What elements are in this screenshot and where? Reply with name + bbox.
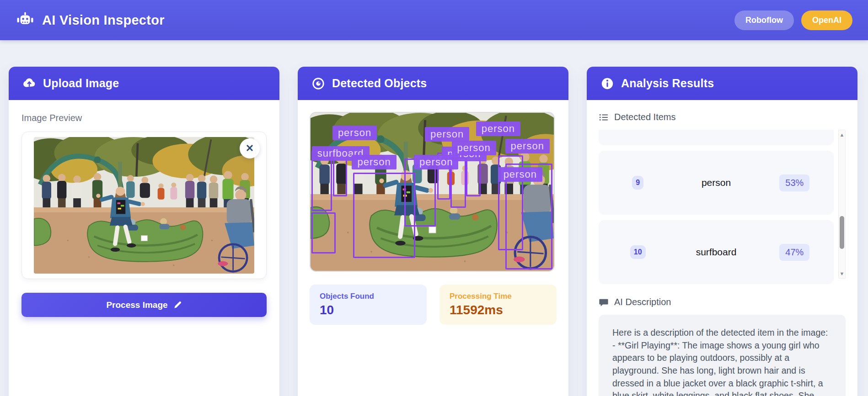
upload-cloud-icon <box>22 77 36 90</box>
analysis-results-card: Analysis Results Detected Items 9 person… <box>587 67 857 396</box>
info-icon <box>600 77 614 90</box>
openai-badge[interactable]: OpenAI <box>801 11 852 30</box>
page-title: AI Vision Inspector <box>42 13 165 28</box>
pencil-icon <box>173 301 182 309</box>
bounding-box <box>311 212 336 253</box>
analysis-card-header: Analysis Results <box>587 67 857 100</box>
upload-card-title: Upload Image <box>43 77 119 90</box>
confidence-badge: 47% <box>779 244 809 261</box>
list-item-partial[interactable] <box>599 130 834 145</box>
annotated-image: personsurfboardpersonpersonpersonpersonp… <box>310 112 555 272</box>
detection-label-chip: person <box>352 155 396 169</box>
detected-items-header: Detected Items <box>599 112 846 122</box>
upload-card-header: Upload Image <box>9 67 279 100</box>
processing-time-stat: Processing Time 11592ms <box>439 285 557 325</box>
detection-label-chip: person <box>414 155 458 169</box>
detection-label-chip: person <box>332 126 377 140</box>
robot-icon <box>16 11 35 30</box>
speech-bubble-icon <box>599 297 609 307</box>
objects-found-value: 10 <box>320 303 417 317</box>
processing-time-label: Processing Time <box>450 292 547 301</box>
image-preview-label: Image Preview <box>21 113 267 123</box>
detected-items-list: 9 person 53% 10 surfboard 47% ▲ ▼ <box>599 130 846 284</box>
detection-label-chip: person <box>425 127 469 142</box>
item-label: surfboard <box>696 247 737 258</box>
roboflow-badge[interactable]: Roboflow <box>734 11 794 30</box>
detection-label-chip: person <box>452 141 496 155</box>
detection-label-chip: person <box>498 167 542 182</box>
process-image-button[interactable]: Process Image <box>21 293 267 317</box>
list-item[interactable]: 9 person 53% <box>599 151 834 215</box>
count-badge: 9 <box>632 176 643 190</box>
list-item[interactable]: 10 surfboard 47% <box>599 220 834 284</box>
cards-row: Upload Image Image Preview ✕ Process Ima… <box>0 40 868 396</box>
confidence-badge: 53% <box>779 174 809 191</box>
remove-image-button[interactable]: ✕ <box>240 138 260 158</box>
preview-image <box>34 137 254 274</box>
detected-objects-card: Detected Objects personsurfboardpersonpe… <box>298 67 568 396</box>
scroll-down-icon[interactable]: ▼ <box>839 270 845 277</box>
detected-card-title: Detected Objects <box>332 77 427 90</box>
process-image-label: Process Image <box>106 300 167 310</box>
scroll-up-icon[interactable]: ▲ <box>839 131 845 138</box>
detected-items-label: Detected Items <box>614 112 676 122</box>
detection-label-chip: person <box>505 139 550 153</box>
eye-icon <box>311 77 325 90</box>
ai-description-header: AI Description <box>599 297 846 307</box>
scrollbar-thumb[interactable] <box>840 216 844 249</box>
ai-description-label: AI Description <box>614 297 671 307</box>
processing-time-value: 11592ms <box>450 303 547 317</box>
objects-found-label: Objects Found <box>320 292 417 301</box>
detected-card-header: Detected Objects <box>298 67 568 100</box>
app-header: AI Vision Inspector Roboflow OpenAI <box>0 0 868 40</box>
count-badge: 10 <box>630 245 646 259</box>
detection-label-chip: person <box>476 121 520 136</box>
list-icon <box>599 112 609 122</box>
image-preview-box: ✕ <box>21 132 267 279</box>
ai-description-text: Here is a description of the detected it… <box>599 315 846 396</box>
objects-found-stat: Objects Found 10 <box>310 285 427 325</box>
item-label: person <box>702 177 731 188</box>
list-scrollbar[interactable]: ▲ ▼ <box>838 130 846 279</box>
brand: AI Vision Inspector <box>16 11 165 30</box>
close-icon: ✕ <box>246 143 254 154</box>
analysis-card-title: Analysis Results <box>621 77 714 90</box>
bbox-overlay: personsurfboardpersonpersonpersonpersonp… <box>311 113 554 271</box>
upload-card: Upload Image Image Preview ✕ Process Ima… <box>9 67 279 396</box>
